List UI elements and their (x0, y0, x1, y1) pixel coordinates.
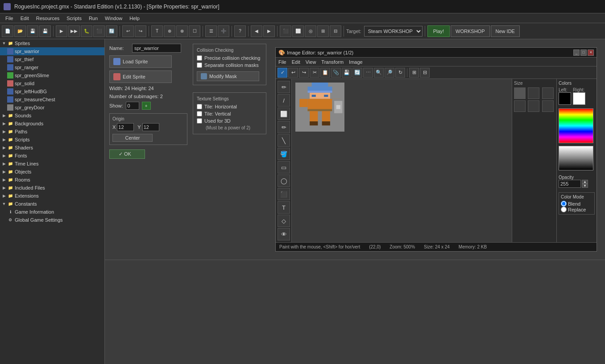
ie-cut-btn[interactable]: ✂ (310, 68, 319, 78)
toolbar-more5[interactable]: ⊟ (330, 25, 341, 37)
tool-pencil[interactable]: ✏ (278, 81, 290, 93)
sidebar-item-spr-ranger[interactable]: spr_ranger (0, 63, 104, 71)
minimize-button[interactable]: _ (573, 50, 580, 56)
sidebar-item-spr-lefthud[interactable]: spr_leftHudBG (0, 87, 104, 95)
ie-menu-file[interactable]: File (278, 59, 286, 65)
ie-dots-btn[interactable]: ⋯ (363, 68, 373, 78)
ie-redo-btn[interactable]: ↪ (299, 68, 309, 78)
sidebar-item-fonts[interactable]: ▶ 📁 Fonts (0, 152, 104, 160)
tool-rect[interactable]: ▭ (278, 161, 290, 174)
ie-copy-btn[interactable]: 📋 (320, 68, 330, 78)
origin-x-input[interactable] (117, 123, 134, 131)
tool-eye[interactable]: 👁 (278, 228, 290, 240)
toolbar-clean[interactable]: 🔄 (106, 25, 117, 37)
tile-h-checkbox[interactable] (197, 104, 202, 109)
menu-help[interactable]: Help (126, 15, 143, 22)
opacity-input[interactable] (559, 180, 581, 188)
load-sprite-button[interactable]: Load Sprite (109, 55, 172, 68)
color-palette[interactable] (559, 108, 593, 143)
sidebar-item-timelines[interactable]: ▶ 📁 Time Lines (0, 160, 104, 168)
toolbar-help[interactable]: ? (234, 25, 246, 37)
toolbar-new[interactable]: 📄 (2, 25, 13, 37)
sidebar-item-shaders[interactable]: ▶ 📁 Shaders (0, 144, 104, 152)
modify-mask-button[interactable]: Modify Mask (197, 71, 259, 81)
maximize-button[interactable]: □ (580, 50, 587, 56)
toolbar-misc1[interactable]: T (151, 25, 163, 37)
toolbar-misc2[interactable]: ⊕ (164, 25, 175, 37)
size-btn-4[interactable] (514, 100, 526, 112)
ie-menu-transform[interactable]: Transform (321, 59, 344, 65)
sidebar-item-spr-greenslime[interactable]: spr_greenSlime (0, 71, 104, 79)
ie-save-btn[interactable]: 💾 (342, 68, 352, 78)
ie-undo-btn[interactable]: ↩ (288, 68, 298, 78)
origin-y-input[interactable] (142, 123, 159, 131)
toolbar-forward[interactable]: ▶ (263, 25, 275, 37)
toolbar-run[interactable]: ▶ (56, 25, 67, 37)
size-btn-5[interactable] (528, 100, 539, 112)
toolbar-more4[interactable]: ⊞ (317, 25, 329, 37)
tool-diamond[interactable]: ◇ (278, 215, 290, 227)
center-button[interactable]: Center (112, 134, 153, 142)
ok-button[interactable]: ✓ OK (109, 149, 145, 159)
size-btn-6[interactable] (542, 100, 554, 112)
sidebar-item-rooms[interactable]: ▶ 📁 Rooms (0, 176, 104, 184)
menu-file[interactable]: File (2, 15, 17, 22)
ie-menu-view[interactable]: View (306, 59, 316, 65)
tool-slash[interactable]: ╲ (278, 134, 290, 147)
toolbar-misc4[interactable]: ☐ (189, 25, 200, 37)
tile-v-checkbox[interactable] (197, 111, 202, 116)
menu-run[interactable]: Run (85, 15, 101, 22)
toolbar-open[interactable]: 📂 (14, 25, 26, 37)
toolbar-stop[interactable]: ⬛ (93, 25, 105, 37)
sidebar-item-extensions[interactable]: ▶ 📁 Extensions (0, 192, 104, 200)
ie-menu-image[interactable]: Image (349, 59, 363, 65)
tool-line[interactable]: / (278, 94, 290, 107)
sidebar-item-game-info[interactable]: ℹ Game Information (0, 208, 104, 216)
ie-confirm-btn[interactable]: ✓ (278, 68, 287, 78)
toolbar-ext1[interactable]: ☰ (205, 25, 217, 37)
sidebar-item-paths[interactable]: ▶ 📁 Paths (0, 128, 104, 136)
ie-more-btn[interactable]: ⊟ (420, 68, 430, 78)
name-input[interactable] (132, 44, 181, 53)
toolbar-ext2[interactable]: ➕ (218, 25, 229, 37)
size-btn-1[interactable] (514, 87, 526, 99)
opacity-down-btn[interactable]: ▼ (582, 184, 588, 188)
ie-grid-btn[interactable]: ⊞ (409, 68, 419, 78)
precise-collision-checkbox[interactable] (197, 55, 202, 61)
menu-window[interactable]: Window (101, 15, 126, 22)
ie-refresh2-btn[interactable]: ↻ (395, 68, 405, 78)
opacity-up-btn[interactable]: ▲ (582, 180, 588, 184)
toolbar-undo[interactable]: ↩ (122, 25, 134, 37)
toolbar-more2[interactable]: ⬜ (292, 25, 304, 37)
tool-select[interactable]: ⬛ (278, 188, 290, 200)
close-button[interactable]: ✕ (588, 50, 594, 56)
color-gradient[interactable] (559, 146, 593, 170)
tool-eraser[interactable]: ⬜ (278, 108, 290, 120)
play-button[interactable]: Play! (427, 25, 450, 37)
new-ide-button[interactable]: New IDE (491, 25, 520, 37)
sidebar-item-constants[interactable]: ▼ 📁 Constants (0, 200, 104, 208)
menu-edit[interactable]: Edit (17, 15, 33, 22)
ie-menu-edit[interactable]: Edit (292, 59, 300, 65)
sidebar-item-backgrounds[interactable]: ▶ 📁 Backgrounds (0, 120, 104, 128)
toolbar-save2[interactable]: 💾 (39, 25, 51, 37)
size-btn-3[interactable] (542, 87, 554, 99)
tool-text[interactable]: T (278, 201, 290, 214)
size-btn-2[interactable] (528, 87, 539, 99)
toolbar-redo[interactable]: ↪ (135, 25, 146, 37)
ie-zoom-in-btn[interactable]: 🔎 (385, 68, 394, 78)
sidebar-item-spr-treasure[interactable]: spr_treasureChest (0, 95, 104, 103)
sidebar-item-spr-thief[interactable]: spr_thief (0, 55, 104, 63)
left-color-swatch[interactable] (559, 92, 571, 105)
toolbar-more1[interactable]: ⬛ (280, 25, 291, 37)
sidebar-item-global-settings[interactable]: ⚙ Global Game Settings (0, 216, 104, 224)
menu-resources[interactable]: Resources (33, 15, 63, 22)
blend-radio[interactable] (561, 201, 567, 207)
target-dropdown[interactable]: Steam WORKSHOP Windows Mac OS X (364, 26, 423, 37)
tool-pencil2[interactable]: ✏ (278, 121, 290, 133)
toolbar-run2[interactable]: ▶▶ (68, 25, 80, 37)
ie-zoom-out-btn[interactable]: 🔍 (374, 68, 384, 78)
tool-fill[interactable]: 🪣 (278, 148, 290, 160)
ie-refresh-btn[interactable]: 🔄 (352, 68, 362, 78)
used-3d-checkbox[interactable] (197, 118, 202, 124)
